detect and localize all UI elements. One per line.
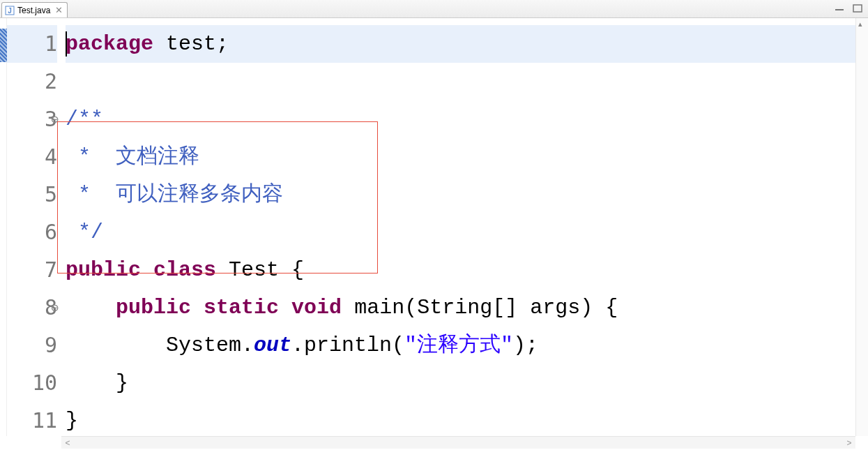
code-token-plain: main(String[] args) { <box>342 289 618 327</box>
marker-strip <box>0 18 7 436</box>
code-line[interactable]: * 文档注释 <box>66 138 855 176</box>
code-line[interactable]: } <box>66 364 855 402</box>
code-token-plain: test; <box>153 25 229 63</box>
line-number: 8⊖ <box>7 289 57 327</box>
tab-bar: J Test.java ✕ <box>0 0 868 18</box>
code-token-plain <box>191 289 204 327</box>
java-file-icon: J <box>5 6 15 15</box>
code-token-kw: static <box>204 289 279 327</box>
code-line[interactable]: /** <box>66 100 855 138</box>
line-number: 1 <box>7 25 57 63</box>
line-number: 3⊖ <box>7 100 57 138</box>
close-tab-icon[interactable]: ✕ <box>55 5 63 15</box>
window-controls <box>833 3 864 14</box>
code-editor[interactable]: package test;/** * 文档注释 * 可以注释多条内容 */pub… <box>61 18 855 436</box>
overview-ruler[interactable]: ▴ <box>855 18 868 436</box>
code-token-plain: ); <box>513 327 538 364</box>
code-line[interactable]: } <box>66 402 855 436</box>
editor-tab-test-java[interactable]: J Test.java ✕ <box>1 2 68 17</box>
line-number: 4 <box>7 138 57 176</box>
code-token-field: out <box>254 327 291 364</box>
line-number: 7 <box>7 251 57 289</box>
code-token-plain: } <box>66 402 78 436</box>
line-number: 6 <box>7 213 57 251</box>
minimize-button[interactable] <box>833 3 846 14</box>
code-line[interactable]: * 可以注释多条内容 <box>66 176 855 213</box>
code-token-doc: * 可以注释多条内容 <box>66 176 283 213</box>
line-number-gutter: 123⊖45678⊖91011 <box>7 18 61 436</box>
line-number: 5 <box>7 176 57 213</box>
code-token-kw: public <box>66 251 141 289</box>
line-number: 9 <box>7 327 57 364</box>
fold-toggle-icon[interactable]: ⊖ <box>49 114 59 124</box>
code-token-str: "注释方式" <box>404 327 513 364</box>
code-token-kw: public <box>116 289 191 327</box>
code-line[interactable]: */ <box>66 213 855 251</box>
code-token-kw: void <box>291 289 342 327</box>
code-token-plain: .println( <box>291 327 404 364</box>
code-token-doc: * 文档注释 <box>66 138 199 176</box>
line-number: 2 <box>7 63 57 100</box>
code-line[interactable] <box>66 63 855 100</box>
code-token-plain <box>141 251 153 289</box>
scroll-left-button[interactable]: < <box>61 438 74 448</box>
code-token-plain: Test { <box>216 251 304 289</box>
code-token-plain <box>66 289 116 327</box>
tab-label: Test.java <box>17 6 50 15</box>
code-token-doc: */ <box>66 213 103 251</box>
fold-toggle-icon[interactable]: ⊖ <box>49 303 59 313</box>
scroll-up-icon[interactable]: ▴ <box>858 20 862 29</box>
code-token-plain <box>279 289 291 327</box>
maximize-button[interactable] <box>851 3 864 14</box>
line-number: 10 <box>7 364 57 402</box>
code-token-plain: } <box>66 364 128 402</box>
horizontal-scrollbar[interactable]: < > <box>61 436 855 449</box>
code-line[interactable]: package test; <box>66 25 855 63</box>
scroll-right-button[interactable]: > <box>843 438 855 448</box>
coverage-marker <box>0 29 7 62</box>
code-token-plain: System. <box>66 327 254 364</box>
svg-text:J: J <box>8 7 12 15</box>
code-token-doc: /** <box>66 100 103 138</box>
code-line[interactable]: public class Test { <box>66 251 855 289</box>
code-line[interactable]: public static void main(String[] args) { <box>66 289 855 327</box>
code-token-kw: package <box>66 25 153 63</box>
code-line[interactable]: System.out.println("注释方式"); <box>66 327 855 364</box>
editor-area: 123⊖45678⊖91011 package test;/** * 文档注释 … <box>0 18 868 436</box>
code-token-kw: class <box>153 251 216 289</box>
line-number: 11 <box>7 402 57 440</box>
svg-rect-3 <box>853 5 862 12</box>
svg-rect-2 <box>835 9 844 10</box>
